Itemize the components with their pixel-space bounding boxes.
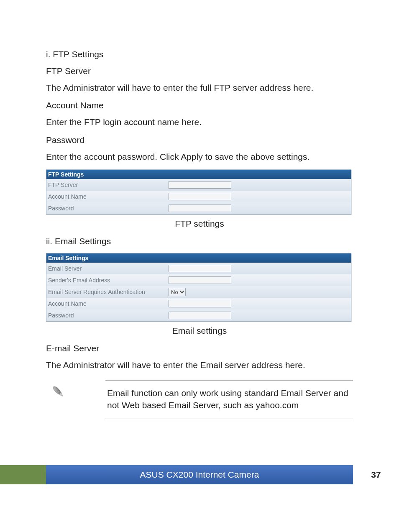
email-row-account: Account Name bbox=[46, 298, 351, 309]
ftp-panel-header: FTP Settings bbox=[46, 170, 351, 179]
email-server-label: Email Server bbox=[46, 265, 168, 272]
text-account-name-desc: Enter the FTP login account name here. bbox=[46, 116, 353, 128]
ftp-row-password: Password bbox=[46, 202, 351, 214]
email-server-input[interactable] bbox=[169, 265, 231, 272]
ftp-server-label: FTP Server bbox=[46, 182, 168, 188]
email-auth-label: Email Server Requires Authentication bbox=[46, 289, 168, 295]
text-ftp-server-desc: The Administrator will have to enter the… bbox=[46, 82, 353, 94]
ftp-row-account: Account Name bbox=[46, 191, 351, 202]
heading-email-settings: ii. Email Settings bbox=[46, 236, 353, 246]
email-account-input[interactable] bbox=[169, 300, 231, 307]
ftp-account-label: Account Name bbox=[46, 193, 168, 200]
note-block: Email function can only work using stand… bbox=[46, 380, 353, 419]
email-row-sender: Sender's Email Address bbox=[46, 274, 351, 286]
email-row-password: Password bbox=[46, 309, 351, 321]
email-row-auth: Email Server Requires Authentication No bbox=[46, 286, 351, 298]
heading-password: Password bbox=[46, 135, 353, 145]
email-panel-header: Email Settings bbox=[46, 253, 351, 263]
heading-ftp-settings: i. FTP Settings bbox=[46, 49, 353, 59]
ftp-password-label: Password bbox=[46, 205, 168, 212]
heading-account-name: Account Name bbox=[46, 100, 353, 110]
page-footer: ASUS CX200 Internet Camera 37 bbox=[0, 465, 399, 484]
email-password-input[interactable] bbox=[169, 312, 231, 319]
heading-email-server: E-mail Server bbox=[46, 343, 353, 353]
caption-email: Email settings bbox=[46, 326, 353, 336]
text-password-desc: Enter the account password. Click Apply … bbox=[46, 151, 353, 163]
ftp-server-input[interactable] bbox=[169, 181, 231, 189]
email-sender-label: Sender's Email Address bbox=[46, 277, 168, 284]
heading-ftp-server: FTP Server bbox=[46, 66, 353, 76]
footer-accent bbox=[0, 465, 46, 484]
email-auth-select[interactable]: No bbox=[169, 288, 186, 296]
email-settings-panel: Email Settings Email Server Sender's Ema… bbox=[46, 253, 351, 322]
pen-icon bbox=[50, 380, 70, 402]
note-text: Email function can only work using stand… bbox=[105, 380, 353, 419]
text-email-server-desc: The Administrator will have to enter the… bbox=[46, 359, 353, 371]
email-sender-input[interactable] bbox=[169, 276, 231, 284]
ftp-row-server: FTP Server bbox=[46, 179, 351, 191]
footer-title: ASUS CX200 Internet Camera bbox=[46, 465, 353, 484]
email-password-label: Password bbox=[46, 312, 168, 319]
ftp-settings-panel: FTP Settings FTP Server Account Name Pas… bbox=[46, 169, 351, 215]
email-row-server: Email Server bbox=[46, 263, 351, 274]
ftp-account-input[interactable] bbox=[169, 193, 231, 200]
ftp-password-input[interactable] bbox=[169, 205, 231, 212]
email-account-label: Account Name bbox=[46, 300, 168, 307]
caption-ftp: FTP settings bbox=[46, 219, 353, 229]
footer-page-number: 37 bbox=[353, 465, 399, 484]
